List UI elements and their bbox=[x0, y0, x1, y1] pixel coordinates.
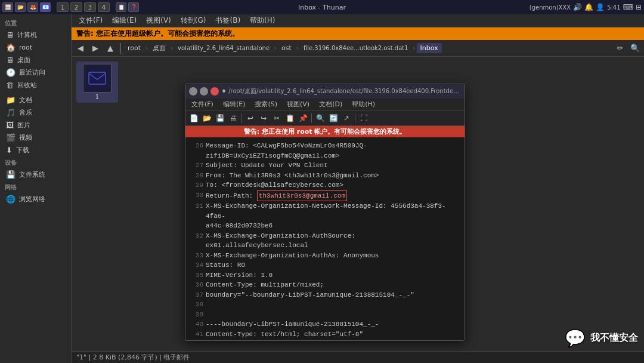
menu-view[interactable]: 视图(V) bbox=[144, 14, 174, 27]
filesystem-icon: 💾 bbox=[6, 170, 16, 179]
inner-menu-search[interactable]: 搜索(S) bbox=[252, 99, 280, 110]
content-line: 28From: The Whit3R0s3 <th3wh1t3r0s3@gmai… bbox=[191, 171, 459, 181]
inner-menu-file[interactable]: 文件(F) bbox=[189, 99, 216, 110]
inner-undo-btn[interactable]: ↩ bbox=[244, 112, 256, 124]
workspace-2[interactable]: 2 bbox=[70, 2, 82, 12]
taskbar-left: 🪟 📂 🦊 📧 1 2 3 4 📋 ❓ bbox=[2, 2, 139, 12]
keyboard-icon[interactable]: ⌨ bbox=[623, 3, 633, 11]
sidebar-item-recent[interactable]: 🕐 最近访问 bbox=[1, 66, 70, 79]
breadcrumb-root[interactable]: root bbox=[124, 43, 144, 53]
line-number: 37 bbox=[191, 290, 203, 300]
inner-content[interactable]: 26Message-ID: <CALwgF5bo54VoNzmLrOs4R500… bbox=[185, 137, 465, 340]
line-text: Subject: Update Your VPN Client bbox=[206, 161, 328, 171]
content-line: 39 bbox=[191, 310, 459, 320]
inner-paste-btn[interactable]: 📌 bbox=[297, 112, 309, 124]
line-text: MIME-Version: 1.0 bbox=[206, 270, 273, 281]
inner-menu-view[interactable]: 视图(V) bbox=[284, 99, 312, 110]
file-label: 1 bbox=[95, 94, 99, 100]
toolbar: ◀ ▶ ▲ root › 桌面 › volatility_2.6_lin64_s… bbox=[72, 40, 644, 57]
inner-open-btn[interactable]: 📂 bbox=[201, 112, 213, 124]
docs-icon: 📁 bbox=[6, 96, 16, 104]
line-number: 29 bbox=[191, 180, 203, 190]
inner-window: ♦ /root/桌面/volatility_2.6_lin64_standalo… bbox=[185, 84, 465, 341]
inner-menu-edit[interactable]: 编辑(E) bbox=[221, 99, 248, 110]
home-icon: 🏠 bbox=[6, 43, 16, 52]
breadcrumb-inbox[interactable]: Inbox bbox=[417, 43, 442, 53]
file-item-1[interactable]: 1 bbox=[76, 61, 118, 103]
content-line: 32X-MS-Exchange-Organization-AuthSource:… bbox=[191, 231, 459, 251]
breadcrumb-ost[interactable]: ost bbox=[278, 43, 295, 53]
sidebar-item-browse-network[interactable]: 🌐 浏览网络 bbox=[1, 193, 70, 205]
watermark: 💬 我不懂安全 bbox=[565, 328, 638, 348]
sidebar-item-desktop[interactable]: 🖥 桌面 bbox=[1, 54, 70, 66]
line-number: 27 bbox=[191, 161, 203, 171]
sidebar-item-pictures[interactable]: 🖼 图片 bbox=[1, 119, 70, 131]
workspace-1[interactable]: 1 bbox=[57, 2, 69, 12]
notification-icon[interactable]: 🔔 bbox=[584, 3, 593, 11]
content-line: 29To: <frontdesk@allsafecybersec.com> bbox=[191, 180, 459, 190]
sidebar-item-trash[interactable]: 🗑 回收站 bbox=[1, 79, 70, 91]
user-icon[interactable]: 👤 bbox=[596, 3, 605, 11]
inner-goto-btn[interactable]: ↗ bbox=[340, 112, 352, 124]
sidebar-item-music[interactable]: 🎵 音乐 bbox=[1, 106, 70, 119]
forward-button[interactable]: ▶ bbox=[89, 42, 102, 55]
sidebar-item-videos[interactable]: 🎬 视频 bbox=[1, 131, 70, 144]
sidebar-places-title: 位置 bbox=[0, 17, 71, 29]
menu-bookmarks[interactable]: 书签(B) bbox=[213, 14, 243, 27]
inner-search-btn[interactable]: 🔍 bbox=[314, 112, 326, 124]
inner-new-btn[interactable]: 📄 bbox=[188, 112, 200, 124]
maximize-button[interactable] bbox=[200, 87, 208, 96]
close-button[interactable] bbox=[210, 87, 219, 96]
app-btn-2[interactable]: 🦊 bbox=[27, 2, 38, 12]
menu-edit[interactable]: 编辑(E) bbox=[110, 14, 139, 27]
app-btn-5[interactable]: ❓ bbox=[128, 2, 139, 12]
workspace-3[interactable]: 3 bbox=[84, 2, 96, 12]
menu-goto[interactable]: 转到(G) bbox=[178, 14, 209, 27]
content-line: 40----boundary-LibPST-iamunique-21388151… bbox=[191, 319, 459, 330]
line-number: 38 bbox=[191, 300, 203, 310]
content-line: 36Content-Type: multipart/mixed; bbox=[191, 280, 459, 290]
search-button[interactable]: 🔍 bbox=[628, 42, 642, 55]
inner-replace-btn[interactable]: 🔄 bbox=[327, 112, 339, 124]
start-btn[interactable]: 🪟 bbox=[2, 2, 13, 12]
line-text: a44c-08d2d0732be6 bbox=[206, 221, 273, 231]
inner-redo-btn[interactable]: ↪ bbox=[258, 112, 270, 124]
breadcrumb-file[interactable]: file.3196.0x84ee...utlook2.ost.dat1 bbox=[300, 44, 412, 53]
workspace-4[interactable]: 4 bbox=[98, 2, 110, 12]
breadcrumb-desktop[interactable]: 桌面 bbox=[149, 42, 169, 54]
inner-print-btn[interactable]: 🖨 bbox=[227, 112, 239, 124]
app-btn-4[interactable]: 📋 bbox=[116, 2, 126, 12]
inner-fullscreen-btn[interactable]: ⛶ bbox=[358, 112, 370, 124]
menu-help[interactable]: 帮助(H) bbox=[247, 14, 277, 27]
grid-icon[interactable]: ⊞ bbox=[636, 3, 642, 11]
inner-menu-doc[interactable]: 文档(D) bbox=[317, 99, 345, 110]
svg-rect-0 bbox=[89, 72, 106, 84]
content-line: 38 bbox=[191, 300, 459, 310]
menu-file[interactable]: 文件(F) bbox=[76, 14, 105, 27]
up-button[interactable]: ▲ bbox=[104, 42, 117, 55]
volume-icon[interactable]: 🔊 bbox=[573, 3, 582, 11]
line-number: 30 bbox=[191, 190, 203, 202]
inner-copy-btn[interactable]: 📋 bbox=[284, 112, 296, 124]
edit-location-button[interactable]: ✏ bbox=[614, 42, 627, 55]
app-btn-3[interactable]: 📧 bbox=[40, 2, 51, 12]
inner-save-btn[interactable]: 💾 bbox=[214, 112, 226, 124]
sidebar: 位置 🖥 计算机 🏠 root 🖥 桌面 🕐 最近访问 🗑 回收站 📁 文档 🎵 bbox=[0, 14, 72, 363]
inner-cut-btn[interactable]: ✂ bbox=[271, 112, 283, 124]
sidebar-item-computer[interactable]: 🖥 计算机 bbox=[1, 29, 70, 41]
breadcrumb-vol[interactable]: volatility_2.6_lin64_standalone bbox=[174, 44, 273, 53]
network-icon: 🌐 bbox=[6, 195, 16, 204]
minimize-button[interactable] bbox=[189, 87, 197, 96]
sidebar-item-documents[interactable]: 📁 文档 bbox=[1, 94, 70, 106]
sidebar-item-root[interactable]: 🏠 root bbox=[1, 41, 70, 54]
status-text: "1" | 2.8 KiB (2,846 字节) | 电子邮件 bbox=[76, 353, 190, 362]
inner-menu-help[interactable]: 帮助(H) bbox=[349, 99, 377, 110]
sidebar-item-filesystem[interactable]: 💾 文件系统 bbox=[1, 168, 70, 181]
back-button[interactable]: ◀ bbox=[74, 42, 87, 55]
sidebar-item-downloads[interactable]: ⬇ 下载 bbox=[1, 144, 70, 156]
line-text: From: The Whit3R0s3 <th3wh1t3r0s3@gmail.… bbox=[206, 171, 379, 181]
downloads-icon: ⬇ bbox=[6, 146, 13, 155]
line-text: To: <frontdesk@allsafecybersec.com> bbox=[206, 180, 343, 190]
content-line: 35MIME-Version: 1.0 bbox=[191, 270, 459, 281]
app-btn-1[interactable]: 📂 bbox=[15, 2, 26, 12]
